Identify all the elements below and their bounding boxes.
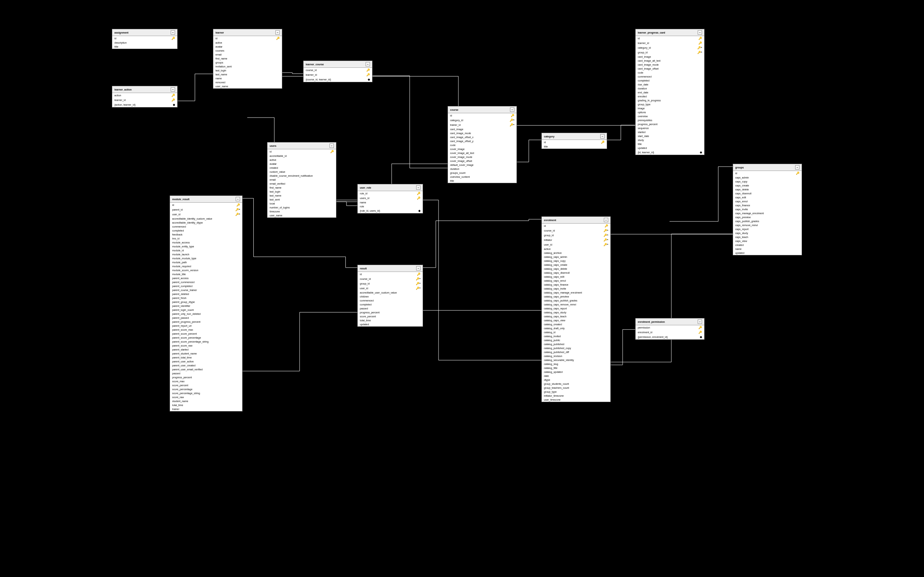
entity-title: groups — [735, 166, 744, 169]
entity-header[interactable]: assignment– — [112, 29, 177, 36]
column-name: module_launch — [172, 253, 235, 256]
entity-title: users — [270, 145, 276, 147]
column-name: catalog_caps_enrol — [544, 279, 603, 282]
column-name: module_access — [172, 241, 235, 244]
column-row: enrolled — [636, 95, 704, 98]
column-name: parent_access — [172, 277, 235, 279]
column-name: group_type — [638, 103, 697, 106]
entity-header[interactable]: learner_progress_card– — [636, 29, 704, 36]
entity-users[interactable]: users–id🔑accreditable_idactiveavatarcrea… — [267, 142, 336, 218]
column-row: cover_image — [448, 147, 517, 151]
entity-groups[interactable]: groups–id🔑caps_admincaps_copycaps_create… — [733, 164, 802, 255]
column-name: card_image_mode — [450, 132, 509, 134]
collapse-icon[interactable]: – — [171, 30, 175, 35]
entity-enrolment[interactable]: enrolment–id🔑course_id🔑*group_id🔑*initia… — [541, 216, 611, 402]
entity-header[interactable]: enrolment_permission– — [636, 318, 704, 325]
entity-module_result[interactable]: module_result–id🔑parent_id🔑*user_id🔑*acc… — [170, 195, 242, 411]
entity-user_role[interactable]: user_role–role_id🔑users_id🔑namerole{role… — [357, 184, 423, 213]
entity-header[interactable]: module_result– — [170, 196, 242, 203]
entity-course[interactable]: course–id🔑category_id🔑*trainer_id🔑*card_… — [447, 106, 517, 183]
column-row: children — [358, 295, 423, 298]
collapse-icon[interactable]: – — [604, 218, 608, 222]
column-row: users_id🔑 — [358, 196, 423, 200]
collapse-icon[interactable]: – — [600, 134, 604, 139]
entity-assignment[interactable]: assignment–id🔑descriptiontitle — [112, 29, 178, 49]
entity-category[interactable]: category–id🔑title — [541, 133, 607, 149]
column-name: enrolled — [638, 95, 697, 98]
collapse-icon[interactable]: – — [416, 185, 420, 190]
erd-canvas[interactable]: assignment–id🔑descriptiontitlelearner_ac… — [0, 0, 924, 577]
entity-header[interactable]: groups– — [733, 164, 802, 171]
column-name: code — [638, 71, 697, 74]
entity-header[interactable]: course– — [448, 106, 517, 113]
entity-header[interactable]: category– — [542, 133, 607, 140]
column-row: options — [636, 110, 704, 114]
entity-learner_course[interactable]: learner_course–course_id🔑learner_id🔑{cou… — [303, 61, 373, 82]
column-row: first_name — [213, 56, 282, 61]
column-row: name — [213, 76, 282, 81]
column-name: commenced — [638, 76, 697, 78]
column-name: caps_disenroll — [735, 192, 795, 195]
pk-icon: 🔑 — [415, 197, 420, 200]
column-name: image — [638, 107, 697, 110]
column-name: category_id — [450, 119, 509, 121]
column-row: disable_course_enrolment_notification — [267, 174, 336, 178]
collapse-icon[interactable]: – — [275, 30, 280, 35]
collapse-icon[interactable]: – — [330, 143, 334, 148]
entity-header[interactable]: learner_action– — [112, 86, 177, 93]
column-name: score_percentage — [172, 388, 235, 390]
column-name: catalog_revision — [544, 355, 603, 357]
entity-learner_progress_card[interactable]: learner_progress_card–id🔑learner_id🔑cate… — [635, 29, 704, 155]
entity-header[interactable]: result– — [358, 265, 423, 272]
entity-title: learner_action — [115, 89, 132, 91]
entity-header[interactable]: user_role– — [358, 184, 423, 191]
column-name: enrolment_id — [638, 331, 697, 334]
column-name: group_students_count — [544, 383, 603, 385]
column-row: learner_id🔑 — [304, 73, 372, 77]
collapse-icon[interactable]: – — [795, 165, 800, 169]
entity-enrolment_permission[interactable]: enrolment_permission–permission🔑enrolmen… — [635, 318, 704, 340]
collapse-icon[interactable]: – — [366, 62, 370, 66]
collapse-icon[interactable]: – — [416, 266, 420, 271]
column-row: id🔑 — [170, 203, 242, 207]
collapse-icon[interactable]: – — [236, 197, 240, 201]
column-name: caps_manage_enrolment — [735, 212, 795, 214]
column-name: caps_delete — [735, 188, 795, 191]
column-row: accreditable_id — [267, 154, 336, 158]
collapse-icon[interactable]: – — [171, 87, 175, 92]
column-name: overview_content — [450, 176, 509, 178]
collapse-icon[interactable]: – — [510, 108, 514, 112]
entity-title: learner — [215, 31, 224, 34]
column-row: student_name — [170, 399, 242, 403]
column-name: parent_identifier — [172, 305, 235, 307]
column-row: learner_id🔑 — [636, 41, 704, 45]
column-name: action — [115, 94, 170, 97]
column-row: catalog_slug — [542, 362, 611, 366]
column-row: updated — [636, 146, 704, 150]
entity-learner_action[interactable]: learner_action–action🔑learner_id🔑{action… — [112, 86, 178, 108]
entity-header[interactable]: learner– — [213, 29, 282, 36]
entity-header[interactable]: learner_course– — [304, 61, 372, 68]
collapse-icon[interactable]: – — [698, 30, 702, 35]
entity-title: enrolment_permission — [638, 321, 665, 323]
column-name: last_login — [215, 69, 275, 72]
collapse-icon[interactable]: – — [698, 319, 702, 324]
column-name: progress_percent — [172, 376, 235, 379]
column-name: catalog_archive — [544, 252, 603, 254]
entity-header[interactable]: users– — [267, 142, 336, 149]
column-name: initiator_timezone — [544, 395, 603, 397]
column-row: parent_score_percent — [170, 332, 242, 336]
entity-header[interactable]: enrolment– — [542, 217, 611, 224]
column-row: total_time — [358, 318, 423, 322]
fk-icon: 🔑* — [415, 287, 420, 290]
column-name: custom_value — [270, 171, 329, 173]
fk-icon: 🔑* — [697, 46, 702, 49]
column-row: card_image_mode — [448, 131, 517, 135]
column-name: id — [544, 141, 599, 143]
column-name: parent_total_time — [172, 356, 235, 359]
entity-learner[interactable]: learner–id🔑activeavatarcoursesemailfirst… — [213, 29, 282, 89]
entity-result[interactable]: result–id🔑course_id🔑*group_id🔑*user_id🔑*… — [357, 265, 423, 327]
column-row: first_name — [267, 186, 336, 190]
column-row: {id, learner_id}◆ — [636, 150, 704, 155]
column-name: parent_score_percent — [172, 332, 235, 335]
